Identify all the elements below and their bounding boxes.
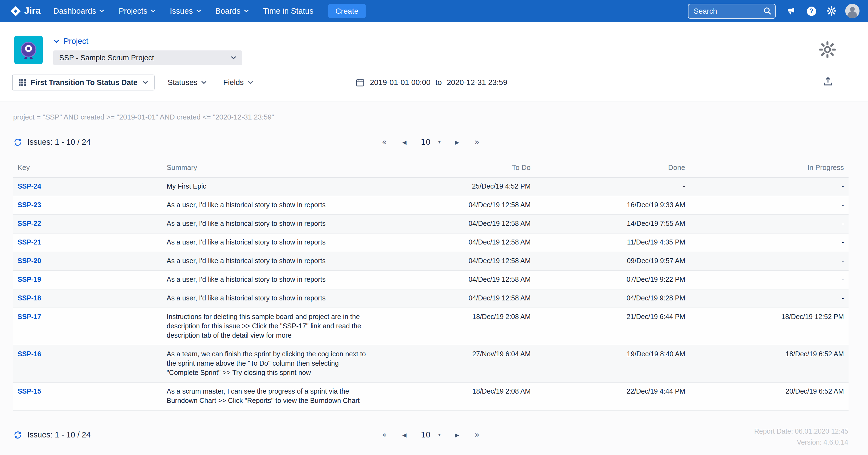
issue-done-cell: 11/Dec/19 4:35 PM [535, 233, 689, 252]
page-size-select[interactable]: 10 ▾ [414, 429, 447, 441]
last-page-button[interactable]: » [467, 429, 487, 441]
calendar-icon [355, 78, 365, 87]
statuses-label: Statuses [168, 78, 197, 87]
issue-inprogress-cell: - [689, 177, 848, 196]
feedback-megaphone-icon[interactable] [781, 0, 801, 22]
results-bar-bottom: Issues: 1 - 10 / 24 « ◀ 10 ▾ ▶ » Report … [13, 425, 848, 444]
chevron-down-icon [143, 80, 148, 84]
chevron-down-icon: ▾ [438, 432, 441, 437]
issue-inprogress-cell: 20/Dec/19 6:52 AM [689, 382, 848, 410]
results-bar-top: Issues: 1 - 10 / 24 « ◀ 10 ▾ ▶ » [13, 133, 848, 151]
column-header-key: Key [13, 158, 162, 177]
export-icon[interactable] [823, 76, 833, 87]
pagination: « ◀ 10 ▾ ▶ » [374, 429, 487, 441]
report-content: project = "SSP" AND created >= "2019-01-… [0, 101, 868, 455]
issue-key-link[interactable]: SSP-21 [18, 239, 41, 246]
page-size-value: 10 [421, 430, 431, 439]
chevron-down-icon [244, 9, 249, 12]
page-size-value: 10 [421, 138, 431, 146]
issue-inprogress-cell: - [689, 196, 848, 215]
issue-key-cell: SSP-22 [13, 215, 162, 233]
jira-logo[interactable]: Jira [10, 5, 41, 17]
fields-dropdown[interactable]: Fields [223, 78, 253, 87]
issue-todo-cell: 18/Dec/19 2:08 AM [371, 382, 535, 410]
date-from-value[interactable]: 2019-01-01 00:00 [370, 78, 430, 87]
issues-count: Issues: 1 - 10 / 24 [27, 138, 91, 146]
search-icon[interactable] [763, 7, 772, 16]
issue-key-link[interactable]: SSP-16 [18, 350, 41, 358]
column-header-inprogress: In Progress [689, 158, 848, 177]
first-page-button[interactable]: « [374, 136, 394, 148]
chevron-down-icon [202, 80, 207, 84]
create-button[interactable]: Create [328, 4, 366, 18]
issues-count: Issues: 1 - 10 / 24 [27, 430, 91, 439]
issue-inprogress-cell: 18/Dec/19 12:52 PM [689, 308, 848, 345]
refresh-icon[interactable] [13, 430, 23, 439]
nav-boards[interactable]: Boards [208, 0, 256, 22]
issue-key-cell: SSP-24 [13, 177, 162, 196]
issue-key-link[interactable]: SSP-22 [18, 220, 41, 228]
settings-gear-icon[interactable] [818, 40, 836, 61]
page-size-select[interactable]: 10 ▾ [414, 136, 447, 148]
issue-key-link[interactable]: SSP-19 [18, 276, 41, 283]
issue-done-cell: 14/Dec/19 7:55 AM [535, 215, 689, 233]
last-page-button[interactable]: » [467, 136, 487, 148]
issue-summary-cell: As a user, I'd like a historical story t… [162, 289, 371, 308]
issue-key-link[interactable]: SSP-23 [18, 201, 41, 209]
issue-key-cell: SSP-20 [13, 252, 162, 271]
issue-key-link[interactable]: SSP-20 [18, 257, 41, 265]
jira-logo-icon [10, 5, 21, 17]
refresh-icon[interactable] [13, 137, 23, 147]
chevron-down-icon [151, 9, 156, 12]
project-select[interactable]: SSP - Sample Scrum Project [53, 51, 242, 65]
nav-projects[interactable]: Projects [112, 0, 163, 22]
chevron-down-icon [54, 39, 59, 43]
issue-inprogress-cell: - [689, 289, 848, 308]
gear-icon[interactable] [822, 0, 842, 22]
user-avatar[interactable] [845, 4, 859, 18]
jira-time-in-status-page: Jira Dashboards Projects Issues Boards T… [0, 0, 868, 455]
first-page-button[interactable]: « [374, 429, 394, 441]
chevron-down-icon [247, 80, 253, 84]
issue-key-link[interactable]: SSP-17 [18, 313, 41, 321]
project-avatar [14, 36, 43, 64]
issue-key-cell: SSP-18 [13, 289, 162, 308]
issue-key-cell: SSP-23 [13, 196, 162, 215]
issue-todo-cell: 27/Nov/19 6:04 AM [371, 345, 535, 382]
issue-summary-cell: My First Epic [162, 177, 371, 196]
date-range-picker: 2019-01-01 00:00 to 2020-12-31 23:59 [355, 78, 507, 87]
next-page-button[interactable]: ▶ [447, 429, 467, 441]
issue-todo-cell: 04/Dec/19 12:58 AM [371, 196, 535, 215]
search-box [688, 4, 775, 18]
project-label-text: Project [64, 37, 88, 46]
issue-inprogress-cell: - [689, 233, 848, 252]
issue-todo-cell: 04/Dec/19 12:58 AM [371, 233, 535, 252]
issue-key-cell: SSP-17 [13, 308, 162, 345]
nav-label: Time in Status [263, 7, 313, 16]
statuses-dropdown[interactable]: Statuses [168, 78, 207, 87]
table-row: SSP-18As a user, I'd like a historical s… [13, 289, 848, 308]
report-version: Version: 4.6.0.14 [754, 437, 848, 448]
project-label[interactable]: Project [54, 37, 242, 46]
issue-done-cell: 07/Dec/19 9:22 PM [535, 271, 689, 289]
issue-key-link[interactable]: SSP-15 [18, 388, 41, 395]
search-input[interactable] [688, 4, 775, 18]
chevron-down-icon [196, 9, 201, 12]
issue-key-link[interactable]: SSP-18 [18, 294, 41, 302]
nav-time-in-status[interactable]: Time in Status [256, 0, 320, 22]
top-navbar: Jira Dashboards Projects Issues Boards T… [0, 0, 868, 22]
prev-page-button[interactable]: ◀ [395, 136, 414, 148]
nav-dashboards[interactable]: Dashboards [46, 0, 112, 22]
help-icon[interactable] [801, 0, 822, 22]
issue-todo-cell: 04/Dec/19 12:58 AM [371, 289, 535, 308]
issue-done-cell: 16/Dec/19 9:33 AM [535, 196, 689, 215]
date-to-value[interactable]: 2020-12-31 23:59 [447, 78, 507, 87]
report-date: Report Date: 06.01.2020 12:45 [754, 426, 848, 437]
chevron-down-icon: ▾ [438, 139, 441, 145]
report-type-button[interactable]: First Transition To Status Date [12, 74, 155, 90]
prev-page-button[interactable]: ◀ [395, 429, 414, 441]
next-page-button[interactable]: ▶ [447, 136, 467, 148]
issue-done-cell: 04/Dec/19 9:28 PM [535, 289, 689, 308]
nav-issues[interactable]: Issues [163, 0, 208, 22]
issue-key-link[interactable]: SSP-24 [18, 183, 41, 190]
